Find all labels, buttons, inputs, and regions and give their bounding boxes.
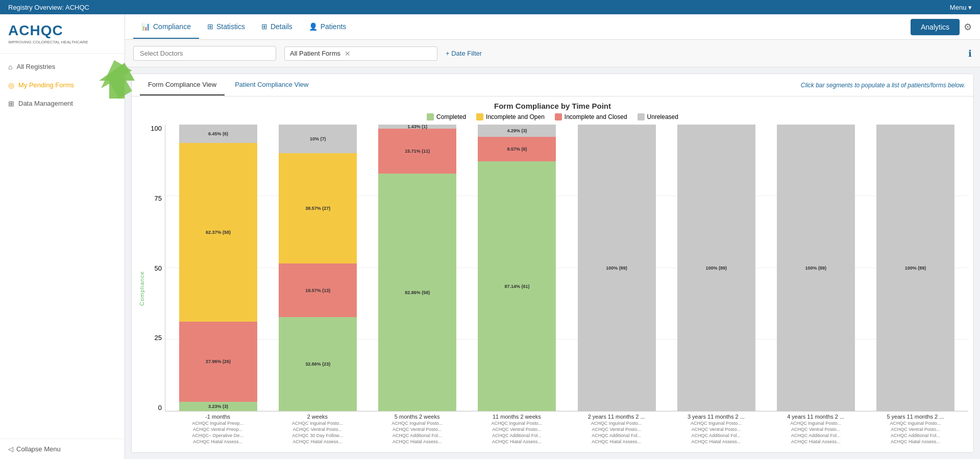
x-sub-label-5-0: ACHQC Inguinal Posto... bbox=[667, 421, 765, 426]
bar-chart-container: Compliance 100 75 50 25 0 3.23% (3)27.96… bbox=[137, 125, 968, 452]
bar-segment-unreleased-3[interactable]: 4.29% (3) bbox=[478, 125, 556, 137]
info-icon[interactable]: ℹ bbox=[968, 48, 972, 59]
patient-compliance-tab-label: Patient Compliance View bbox=[235, 81, 308, 88]
x-sub-label-2-2: ACHQC Additional Fol... bbox=[369, 433, 466, 438]
select-doctors-input[interactable] bbox=[133, 46, 276, 61]
chart-tab-form-compliance[interactable]: Form Compliance View bbox=[140, 75, 225, 95]
tab-details[interactable]: ⊞ Details bbox=[253, 15, 301, 39]
chart-hint: Click bar segments to populate a list of… bbox=[801, 82, 965, 89]
inner-bar-6[interactable]: 100% (89) bbox=[777, 125, 855, 411]
patient-forms-label: All Patient Forms bbox=[290, 50, 340, 57]
x-group-2: 5 months 2 weeksACHQC Inguinal Posto...A… bbox=[369, 414, 466, 452]
bar-segment-incomplete_closed-0[interactable]: 27.96% (26) bbox=[179, 322, 257, 402]
sidebar-label-data-management: Data Management bbox=[18, 100, 73, 107]
tab-patients-label: Patients bbox=[321, 22, 347, 31]
incomplete-closed-swatch bbox=[555, 113, 562, 120]
bar-segment-completed-1[interactable]: 32.86% (23) bbox=[279, 317, 357, 411]
x-sub-label-0-3: ACHQC Hiatal Assess... bbox=[169, 439, 266, 444]
patient-forms-remove-button[interactable]: ✕ bbox=[345, 50, 351, 58]
x-sub-label-6-1: ACHQC Ventral Posto... bbox=[767, 427, 865, 432]
x-time-label-0: -1 months bbox=[205, 414, 230, 420]
inner-bar-5[interactable]: 100% (89) bbox=[677, 125, 755, 411]
legend-unreleased: Unreleased bbox=[638, 113, 678, 120]
bar-segment-unreleased-2[interactable]: 1.43% (1) bbox=[378, 125, 456, 129]
bar-segment-unreleased-4[interactable]: 100% (89) bbox=[578, 125, 656, 411]
inner-bar-1[interactable]: 32.86% (23)18.57% (13)38.57% (27)10% (7) bbox=[279, 125, 357, 411]
menu-button[interactable]: Menu ▾ bbox=[950, 4, 972, 11]
tab-bar: 📊 Compliance ⊞ Statistics ⊞ Details 👤 Pa… bbox=[125, 14, 980, 40]
x-group-4: 2 years 11 months 2 ...ACHQC Inguinal Po… bbox=[568, 414, 665, 452]
top-bar: Registry Overview: ACHQC Menu ▾ bbox=[0, 0, 980, 14]
x-sub-label-2-0: ACHQC Inguinal Posto... bbox=[369, 421, 466, 426]
bar-segment-unreleased-6[interactable]: 100% (89) bbox=[777, 125, 855, 411]
patient-forms-tag: All Patient Forms ✕ bbox=[284, 46, 437, 61]
x-group-6: 4 years 11 months 2 ...ACHQC Inguinal Po… bbox=[767, 414, 865, 452]
pending-icon: ◎ bbox=[8, 81, 14, 89]
chart-area: 3.23% (3)27.96% (26)62.37% (58)6.45% (6)… bbox=[165, 125, 968, 452]
bar-group-0: 3.23% (3)27.96% (26)62.37% (58)6.45% (6) bbox=[169, 125, 267, 411]
logo-subtitle: IMPROVING COLORECTAL HEALTHCARE bbox=[8, 40, 116, 45]
bar-segment-incomplete_open-0[interactable]: 62.37% (58) bbox=[179, 143, 257, 322]
x-time-label-1: 2 weeks bbox=[307, 414, 328, 420]
inner-bar-7[interactable]: 100% (89) bbox=[876, 125, 954, 411]
bar-group-6: 100% (89) bbox=[767, 125, 865, 411]
bars-row: 3.23% (3)27.96% (26)62.37% (58)6.45% (6)… bbox=[165, 125, 968, 412]
analytics-button[interactable]: Analytics bbox=[911, 19, 960, 35]
x-time-label-5: 3 years 11 months 2 ... bbox=[688, 414, 745, 420]
bar-segment-completed-0[interactable]: 3.23% (3) bbox=[179, 402, 257, 411]
bar-segment-completed-3[interactable]: 87.14% (61) bbox=[478, 161, 556, 411]
x-sub-label-7-1: ACHQC Ventral Posto... bbox=[867, 427, 964, 432]
bar-segment-completed-2[interactable]: 82.86% (58) bbox=[378, 174, 456, 411]
x-time-label-3: 11 months 2 weeks bbox=[493, 414, 541, 420]
bar-group-3: 87.14% (61)8.57% (6)4.29% (3) bbox=[468, 125, 566, 411]
inner-bar-4[interactable]: 100% (89) bbox=[578, 125, 656, 411]
inner-bar-2[interactable]: 82.86% (58)15.71% (11)1.43% (1) bbox=[378, 125, 456, 411]
sidebar-nav: ⌂ All Registries ◎ My Pending Forms ⊞ Da… bbox=[0, 54, 125, 439]
x-time-label-2: 5 months 2 weeks bbox=[395, 414, 440, 420]
green-arrow-icon bbox=[94, 60, 135, 101]
bar-segment-incomplete_closed-1[interactable]: 18.57% (13) bbox=[279, 263, 357, 317]
x-group-0: -1 monthsACHQC Inguinal Preop...ACHQC Ve… bbox=[169, 414, 266, 452]
bar-segment-incomplete_closed-3[interactable]: 8.57% (6) bbox=[478, 137, 556, 161]
x-axis: -1 monthsACHQC Inguinal Preop...ACHQC Ve… bbox=[165, 412, 968, 452]
y-tick-75: 75 bbox=[155, 195, 162, 202]
data-icon: ⊞ bbox=[8, 100, 14, 108]
bar-group-4: 100% (89) bbox=[568, 125, 666, 411]
legend-incomplete-closed: Incomplete and Closed bbox=[555, 113, 627, 120]
gear-icon[interactable]: ⚙ bbox=[964, 21, 972, 33]
x-sub-label-5-1: ACHQC Ventral Posto... bbox=[667, 427, 765, 432]
x-sub-label-1-1: ACHQC Ventral Posto... bbox=[268, 427, 366, 432]
date-filter-button[interactable]: + Date Filter bbox=[446, 50, 482, 57]
chart-tab-patient-compliance[interactable]: Patient Compliance View bbox=[227, 75, 316, 95]
bar-segment-unreleased-0[interactable]: 6.45% (6) bbox=[179, 125, 257, 143]
bar-segment-unreleased-7[interactable]: 100% (89) bbox=[876, 125, 954, 411]
x-sub-label-1-0: ACHQC Inguinal Posto... bbox=[268, 421, 366, 426]
inner-bar-3[interactable]: 87.14% (61)8.57% (6)4.29% (3) bbox=[478, 125, 556, 411]
bar-group-5: 100% (89) bbox=[668, 125, 765, 411]
tab-compliance-label: Compliance bbox=[153, 22, 191, 31]
bar-group-1: 32.86% (23)18.57% (13)38.57% (27)10% (7) bbox=[269, 125, 366, 411]
x-sub-label-7-0: ACHQC Inguinal Posto... bbox=[867, 421, 964, 426]
tab-compliance[interactable]: 📊 Compliance bbox=[133, 15, 199, 39]
legend-incomplete-open: Incomplete and Open bbox=[476, 113, 545, 120]
x-sub-label-5-2: ACHQC Additional Fol... bbox=[667, 433, 765, 438]
x-sub-label-5-3: ACHQC Hiatal Assess... bbox=[667, 439, 765, 444]
bar-segment-unreleased-5[interactable]: 100% (89) bbox=[677, 125, 755, 411]
tab-statistics[interactable]: ⊞ Statistics bbox=[199, 15, 253, 39]
inner-bar-0[interactable]: 3.23% (3)27.96% (26)62.37% (58)6.45% (6) bbox=[179, 125, 257, 411]
x-sub-label-0-2: ACHQC– Operative De... bbox=[169, 433, 266, 438]
collapse-menu-button[interactable]: ◁ Collapse Menu bbox=[0, 439, 125, 459]
x-sub-label-7-3: ACHQC Hiatal Assess... bbox=[867, 439, 964, 444]
bar-segment-unreleased-1[interactable]: 10% (7) bbox=[279, 125, 357, 153]
tab-patients[interactable]: 👤 Patients bbox=[301, 15, 355, 39]
compliance-icon: 📊 bbox=[141, 22, 150, 31]
patients-icon: 👤 bbox=[309, 22, 317, 31]
tab-statistics-label: Statistics bbox=[216, 22, 245, 31]
registry-title: Registry Overview: ACHQC bbox=[8, 4, 89, 11]
bar-segment-incomplete_closed-2[interactable]: 15.71% (11) bbox=[378, 129, 456, 174]
y-axis-title-area: Compliance bbox=[137, 125, 147, 452]
completed-swatch bbox=[427, 113, 434, 120]
bar-segment-incomplete_open-1[interactable]: 38.57% (27) bbox=[279, 153, 357, 263]
x-sub-label-7-2: ACHQC Additional Fol... bbox=[867, 433, 964, 438]
legend-completed-label: Completed bbox=[436, 113, 466, 120]
